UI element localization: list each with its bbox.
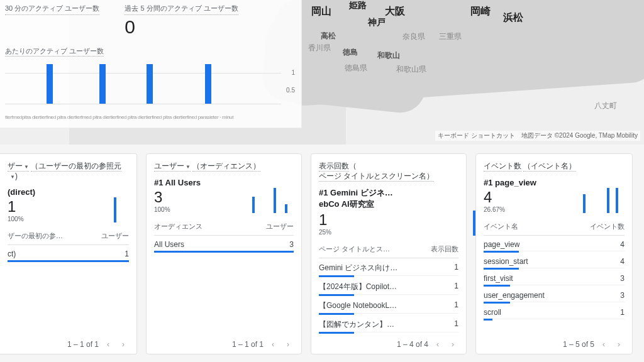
table-row[interactable]: 【Google NotebookL…1	[319, 296, 458, 314]
card2-row1-val: 3	[289, 240, 294, 249]
card4-rank-pct: 26.67%	[484, 206, 536, 213]
active-30min-title: 30 分のアクティブ ユーザー数	[5, 4, 99, 15]
card-views: 表示回数（ ページ タイトルとスクリーン名） #1 Gemini ビジネ…ebC…	[311, 153, 467, 354]
row-key: scroll	[484, 308, 501, 317]
card4-dim-label: （イベント名）	[523, 162, 576, 172]
card1-rank-value: 1	[8, 198, 35, 216]
row-key: session_start	[484, 257, 528, 266]
y-tick-05: 0.5	[286, 87, 295, 94]
card3-th-value: 表示回数	[431, 244, 458, 254]
per-minute-title: あたりのアクティブ ユーザー数	[5, 47, 104, 57]
map-kbd-short[interactable]: キーボード ショートカット	[438, 131, 515, 140]
table-row[interactable]: first_visit3	[484, 270, 625, 285]
map-label-hamamatsu: 浜松	[503, 11, 523, 25]
pager-next-icon[interactable]: ›	[282, 339, 294, 350]
row-val: 1	[454, 319, 458, 330]
table-row[interactable]: 【図解でカンタン】…1	[319, 315, 458, 332]
row-val: 1	[454, 263, 458, 273]
map-label-wakayama: 和歌山	[377, 50, 400, 61]
table-row[interactable]: user_engagement3	[484, 287, 625, 302]
pager-next-icon[interactable]: ›	[447, 339, 458, 350]
map-attribution: キーボード ショートカット 地図データ ©2024 Google, TMap M…	[435, 131, 640, 141]
card1-dim-label: （ユーザーの最初の参照元	[31, 162, 121, 172]
pager-prev-icon[interactable]: ‹	[598, 339, 609, 350]
row-key: first_visit	[484, 274, 513, 283]
row-key: user_engagement	[484, 291, 545, 300]
card4-metric-label[interactable]: イベント数	[484, 162, 521, 172]
card2-rank-prefix: #1	[154, 178, 165, 187]
card1-row1-key: ct)	[8, 250, 16, 258]
card1-row1-val: 1	[125, 250, 129, 258]
realtime-overlay-panel: 30 分のアクティブ ユーザー数 過去 5 分間のアクティブ ユーザー数 0 あ…	[0, 0, 302, 128]
active-per-minute-chart: 1 0.5	[5, 60, 296, 113]
pager-next-icon[interactable]: ›	[613, 339, 625, 350]
card-audience: ユーザー （オーディエンス） #1 All Users 3 100% オーディエ…	[146, 153, 302, 354]
card3-rank-prefix: #1	[319, 188, 330, 197]
card1-pager: 1 – 1 of 1 ‹ ›	[8, 335, 129, 350]
per-minute-xaxis: tterfmedpitra diertierfined pitra dierti…	[5, 114, 296, 120]
card4-th-key: イベント名	[484, 222, 518, 231]
map-label-naraken: 奈良県	[402, 31, 425, 42]
card2-dim-label: （オーディエンス）	[192, 162, 260, 172]
pager-prev-icon[interactable]: ‹	[432, 339, 443, 350]
card4-rank-label: page_view	[495, 178, 536, 187]
card2-pager: 1 – 1 of 1 ‹ ›	[154, 335, 294, 350]
table-row[interactable]: scroll1	[484, 304, 625, 319]
card1-rank-pct: 100%	[8, 216, 35, 222]
map-label-osaka: 大阪	[385, 5, 405, 18]
card4-rank-value: 4	[484, 189, 536, 206]
table-row[interactable]: 【2024年版】Copilot…1	[319, 277, 458, 295]
active-5min-title: 過去 5 分間のアクティブ ユーザー数	[125, 4, 238, 15]
card2-rank-label: All Users	[165, 178, 201, 187]
card3-pager: 1 – 4 of 4 ‹ ›	[319, 335, 458, 350]
row-key: 【Google NotebookL…	[319, 300, 397, 311]
map-label-tokushimaken: 徳島県	[345, 63, 367, 74]
card4-pager-text: 1 – 5 of 5	[563, 340, 594, 349]
table-row[interactable]: session_start4	[484, 253, 625, 268]
card3-pager-text: 1 – 4 of 4	[397, 340, 428, 349]
table-row[interactable]: ct) 1	[8, 245, 129, 261]
map-copyright: 地図データ ©2024 Google, TMap Mobility	[521, 131, 638, 140]
card3-metric-label[interactable]: 表示回数	[319, 162, 349, 172]
card1-pager-text: 1 – 1 of 1	[67, 340, 99, 349]
map-label-okazaki: 岡崎	[470, 5, 491, 18]
map-label-okayama: 岡山	[311, 5, 331, 18]
card2-sparkline	[225, 185, 294, 213]
map-label-kagawaken: 香川県	[308, 43, 331, 53]
card2-metric-picker[interactable]: ユーザー	[154, 162, 191, 172]
card3-dim-label: ページ タイトルとスクリーン名）	[319, 172, 434, 182]
row-key: 【2024年版】Copilot…	[319, 282, 397, 292]
row-val: 3	[620, 291, 625, 300]
pager-prev-icon[interactable]: ‹	[267, 339, 279, 350]
card2-pager-text: 1 – 1 of 1	[232, 340, 264, 349]
card-first-source: ザー （ユーザーの最初の参照元) (direct) 1 100% ザーの最初の参…	[0, 153, 137, 354]
card2-th-key: オーディエンス	[154, 222, 203, 231]
table-row[interactable]: page_view4	[484, 236, 625, 251]
card1-th-key: ザーの最初の参…	[8, 231, 63, 241]
row-val: 4	[620, 257, 625, 266]
map-label-tokushima: 徳島	[343, 47, 358, 58]
card1-metric-picker[interactable]: ザー	[8, 162, 29, 172]
pager-prev-icon[interactable]: ‹	[103, 339, 114, 350]
row-val: 1	[454, 300, 458, 311]
card-row: ザー （ユーザーの最初の参照元) (direct) 1 100% ザーの最初の参…	[0, 153, 644, 354]
y-tick-1: 1	[291, 69, 295, 76]
row-val: 4	[620, 240, 625, 249]
card1-rank-label: (direct)	[8, 187, 35, 197]
card1-sparkline	[60, 195, 129, 222]
table-row[interactable]: Gemini ビジネス向け…1	[319, 258, 458, 276]
map-label-kobe: 神戸	[368, 17, 386, 28]
card2-rank-value: 3	[154, 189, 201, 206]
chevron-down-icon[interactable]	[8, 173, 15, 180]
row-val: 1	[454, 282, 458, 292]
row-key: Gemini ビジネス向け…	[319, 263, 397, 273]
pager-next-icon[interactable]: ›	[118, 339, 129, 350]
map-label-mieken: 三重県	[439, 31, 462, 42]
row-key: 【図解でカンタン】…	[319, 319, 394, 330]
card2-row1-key: All Users	[154, 240, 184, 249]
card4-pager: 1 – 5 of 5 ‹ ›	[484, 335, 625, 350]
row-key: page_view	[484, 240, 519, 249]
table-row[interactable]: All Users 3	[154, 236, 294, 251]
card-events: イベント数 （イベント名） #1 page_view 4 26.67% イベント…	[475, 153, 633, 354]
row-val: 1	[620, 308, 625, 317]
